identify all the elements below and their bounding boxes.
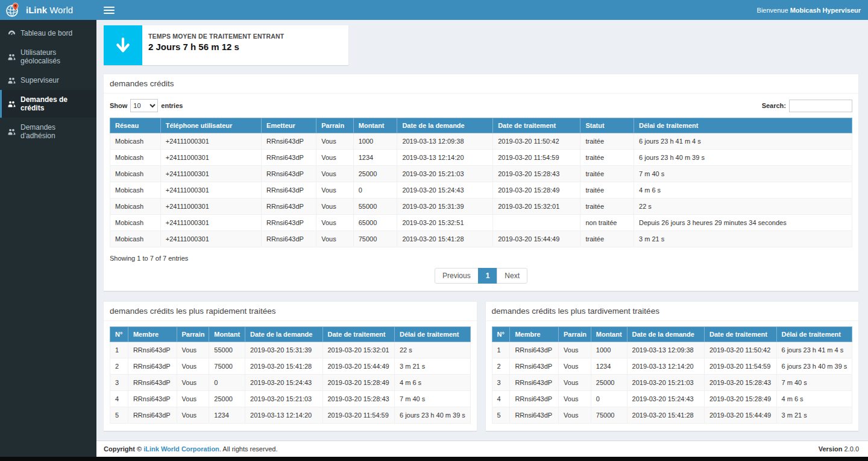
table-cell: 4 (110, 391, 128, 407)
sidebar-item-label: Tableau de bord (20, 29, 72, 37)
table-cell: 7 m 40 s (776, 375, 852, 391)
sidebar-item-demandes-de-credits[interactable]: Demandes de crédits (0, 90, 96, 118)
column-header: Date de la demande (627, 327, 704, 342)
table-cell: Mobicash (110, 133, 161, 150)
table-row: 1RRnsi643dPVous550002019-03-20 15:31:392… (110, 342, 471, 358)
column-header: Date de traitement (705, 327, 777, 342)
table-cell: 2019-03-20 15:21:03 (397, 166, 493, 182)
column-header[interactable]: Délai de traitement (634, 118, 852, 133)
table-cell: 6 jours 23 h 41 m 4 s (634, 133, 852, 150)
table-cell: 2019-03-20 15:32:01 (322, 342, 395, 358)
table-cell: 22 s (634, 199, 852, 215)
table-row: 2RRnsi643dPVous12342019-03-13 12:14:2020… (492, 358, 852, 375)
users-icon (8, 128, 16, 136)
page-length-control: Show 10 entries (110, 99, 183, 112)
table-cell: Vous (316, 133, 354, 150)
table-cell: 2019-03-20 15:32:01 (493, 199, 580, 215)
company-link[interactable]: iLink World Corporation (143, 445, 219, 453)
table-cell: 65000 (353, 215, 397, 231)
fastest-panel-title: demandes crédits les plus rapidement tra… (104, 302, 477, 321)
table-cell: RRnsi643dP (510, 391, 559, 407)
column-header: Délai de traitement (395, 327, 471, 342)
sidebar-item-superviseur[interactable]: Superviseur (0, 71, 96, 90)
table-cell: RRnsi643dP (128, 342, 177, 358)
table-cell: 3 (492, 375, 510, 391)
table-cell: +24111000301 (160, 166, 261, 182)
slowest-table: N°MembreParrainMontantDate de la demande… (492, 326, 853, 424)
table-cell: Vous (316, 199, 354, 215)
table-cell: 2019-03-20 11:54:59 (493, 150, 580, 166)
brand-normal: World (49, 5, 73, 15)
version-text: Version 2.0.0 (819, 445, 859, 453)
users-icon (8, 53, 16, 61)
sidebar-item-tableau-de-bord[interactable]: Tableau de bord (0, 24, 96, 43)
table-cell: Vous (559, 375, 591, 391)
table-cell: Vous (316, 182, 354, 199)
table-cell: RRnsi643dP (128, 375, 177, 391)
table-cell: 2019-03-20 15:44:49 (705, 407, 777, 424)
table-cell: traitée (580, 231, 634, 247)
column-header[interactable]: Date de la demande (397, 118, 493, 133)
table-row: 4RRnsi643dPVous02019-03-20 15:24:432019-… (492, 391, 852, 407)
table-cell: traitée (580, 182, 634, 199)
credits-panel-title: demandes crédits (104, 74, 858, 94)
sidebar-item-demandes-adhesion[interactable]: Demandes d'adhésion (0, 118, 96, 145)
footer: Copyright © iLink World Corporation. All… (96, 440, 868, 457)
table-cell: Mobicash (110, 231, 161, 247)
topbar: Bienvenue Mobicash Hyperviseur (96, 0, 868, 20)
table-cell: 25000 (591, 375, 627, 391)
table-cell: Vous (177, 391, 209, 407)
table-cell: 75000 (209, 358, 245, 375)
stat-value: 2 Jours 7 h 56 m 12 s (148, 42, 284, 52)
table-cell: Mobicash (110, 182, 161, 199)
table-cell: Mobicash (110, 150, 161, 166)
table-cell: RRnsi643dP (262, 215, 316, 231)
table-row: 3RRnsi643dPVous02019-03-20 15:24:432019-… (110, 375, 471, 391)
version-value: 2.0.0 (844, 445, 859, 453)
table-row: 4RRnsi643dPVous250002019-03-20 15:21:032… (110, 391, 471, 407)
column-header: Date de la demande (245, 327, 322, 342)
copyright-suffix: . All rights reserved. (219, 445, 278, 453)
pagination-next-button[interactable]: Next (497, 268, 527, 284)
table-row: Mobicash+24111000301RRnsi643dPVous750002… (110, 231, 852, 247)
table-cell: Vous (316, 231, 354, 247)
search-input[interactable] (789, 100, 852, 112)
pagination-page-1-button[interactable]: 1 (478, 268, 498, 284)
column-header[interactable]: Téléphone utilisateur (160, 118, 261, 133)
table-row: 3RRnsi643dPVous250002019-03-20 15:21:032… (492, 375, 852, 391)
table-cell: RRnsi643dP (128, 391, 177, 407)
stat-text: TEMPS MOYEN DE TRAITEMENT ENTRANT 2 Jour… (142, 25, 284, 65)
table-cell: 2 (110, 358, 128, 375)
column-header[interactable]: Statut (580, 118, 634, 133)
sidebar-item-utilisateurs-geolocalises[interactable]: Utilisateurs géolocalisés (0, 43, 96, 71)
column-header[interactable]: Date de traitement (493, 118, 580, 133)
table-cell: 25000 (209, 391, 245, 407)
table-cell: +24111000301 (160, 133, 261, 150)
main-content: TEMPS MOYEN DE TRAITEMENT ENTRANT 2 Jour… (96, 20, 868, 440)
welcome-prefix: Bienvenue (757, 7, 788, 14)
table-cell: 6 jours 23 h 40 m 39 s (634, 150, 852, 166)
column-header[interactable]: Parrain (316, 118, 354, 133)
datatable-controls: Show 10 entries Search: (110, 99, 852, 112)
table-cell: 4 (492, 391, 510, 407)
column-header[interactable]: Réseau (110, 118, 161, 133)
sidebar-item-label: Utilisateurs géolocalisés (20, 48, 92, 65)
table-cell: 22 s (395, 342, 471, 358)
pagination-previous-button[interactable]: Previous (435, 268, 479, 284)
column-header[interactable]: Montant (353, 118, 397, 133)
brand[interactable]: iLink World (0, 0, 96, 20)
table-cell: 3 m 21 s (634, 231, 852, 247)
table-cell: 7 m 40 s (634, 166, 852, 182)
table-cell: 2019-03-20 15:31:39 (245, 342, 322, 358)
table-cell: 6 jours 23 h 41 m 4 s (776, 342, 852, 358)
fastest-panel-body: N°MembreParrainMontantDate de la demande… (104, 321, 477, 431)
sidebar-nav: Tableau de bord Utilisateurs géolocalisé… (0, 20, 96, 145)
table-cell: 2019-03-13 12:14:20 (397, 150, 493, 166)
page-length-select[interactable]: 10 (130, 99, 158, 112)
hamburger-icon[interactable] (104, 7, 115, 14)
credits-table: RéseauTéléphone utilisateurEmetteurParra… (110, 118, 852, 247)
version-label: Version (819, 445, 843, 453)
column-header[interactable]: Emetteur (262, 118, 316, 133)
table-row: 1RRnsi643dPVous10002019-03-13 12:09:3820… (492, 342, 852, 358)
brand-text: iLink World (26, 5, 73, 15)
